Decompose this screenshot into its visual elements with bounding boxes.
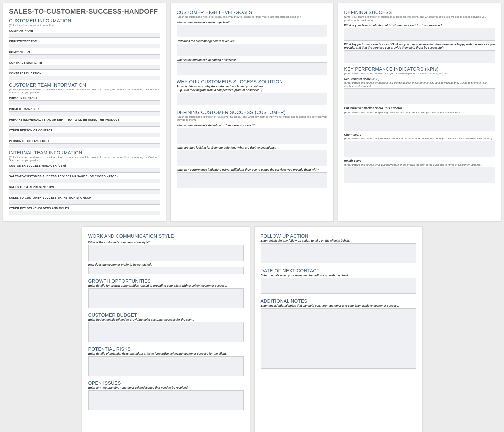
field-label: PERSON OF CONTACT ROLE bbox=[9, 139, 160, 143]
input-nps[interactable] bbox=[344, 88, 495, 104]
input-csat[interactable] bbox=[344, 115, 495, 131]
field-label: PRIMARY INDIVIDUAL, TEAM, OR DEPT. THAT … bbox=[9, 118, 160, 121]
section-sub: (Enter details and figures for each KPI … bbox=[344, 72, 495, 75]
input-primary-contact[interactable] bbox=[9, 100, 160, 105]
section-title: OPEN ISSUES bbox=[88, 380, 244, 386]
input-expectations[interactable] bbox=[177, 150, 328, 166]
section-title: CUSTOMER TEAM INFORMATION bbox=[9, 82, 160, 88]
row-2: WORK AND COMMUNICATION STYLE What is the… bbox=[82, 226, 423, 432]
prompt: What is the customer's definition of "cu… bbox=[177, 124, 328, 127]
field-label: SALES-TO-CUSTOMER-SUCCESS PROJECT MANAGE… bbox=[9, 175, 160, 178]
section-title: FOLLOW-UP ACTION bbox=[261, 233, 416, 239]
input-health[interactable] bbox=[344, 167, 495, 183]
input-company-name[interactable] bbox=[9, 33, 160, 38]
input-project-manager[interactable] bbox=[9, 111, 160, 116]
section-title: CUSTOMER INFORMATION bbox=[9, 18, 160, 23]
input-cust-success-def[interactable] bbox=[177, 128, 328, 144]
prompt: Enter budget details related to providin… bbox=[88, 318, 244, 322]
section-title: CUSTOMER BUDGET bbox=[88, 312, 244, 318]
field-label: CONTRACT SIGN DATE bbox=[9, 61, 160, 64]
input-industry[interactable] bbox=[9, 44, 160, 48]
prompt: How does the customer generate revenue? bbox=[177, 39, 328, 43]
section-title: GROWTH OPPORTUNITIES bbox=[88, 278, 244, 284]
input-transition-sponsor[interactable] bbox=[9, 200, 160, 205]
input-open-issues[interactable] bbox=[88, 390, 244, 410]
input-contact-role[interactable] bbox=[9, 143, 160, 148]
field-label: COMPANY SIZE bbox=[9, 50, 160, 54]
card-high-level-goals: CUSTOMER HIGH LEVEL-GOALS (Enter the cus… bbox=[170, 3, 334, 222]
prompt: What is the customer's main objective? bbox=[177, 21, 328, 24]
section-title: WORK AND COMMUNICATION STYLE bbox=[88, 233, 244, 239]
field-label: PROJECT MANAGER bbox=[9, 107, 160, 111]
field-label: CONTRACT DURATION bbox=[9, 72, 160, 75]
field-label: PRIMARY CONTACT bbox=[9, 96, 160, 100]
prompt: What key performance indicators (KPIs) w… bbox=[344, 43, 495, 50]
input-contact-pref[interactable] bbox=[88, 267, 244, 274]
card-follow-up: FOLLOW-UP ACTION Enter details for any f… bbox=[254, 226, 423, 432]
input-pm-coordinator[interactable] bbox=[9, 179, 160, 183]
input-team-kpis[interactable] bbox=[344, 50, 495, 63]
section-sub: (Enter the client's account information) bbox=[9, 24, 160, 27]
input-churn[interactable] bbox=[344, 141, 495, 157]
input-revenue[interactable] bbox=[177, 44, 328, 56]
input-budget[interactable] bbox=[88, 322, 244, 342]
input-other-contact[interactable] bbox=[9, 133, 160, 137]
prompt: Enter any "outstanding" customer-related… bbox=[88, 386, 244, 390]
row-1: SALES-TO-CUSTOMER-SUCCESS-HANDOFF CUSTOM… bbox=[3, 3, 501, 222]
field-label: INDUSTRY/SECTOR bbox=[9, 40, 160, 43]
section-title: WHY OUR CUSTOMERS SUCCESS SOLUTION bbox=[177, 79, 328, 84]
section-title: DATE OF NEXT CONTACT bbox=[261, 268, 416, 273]
input-next-contact-date[interactable] bbox=[261, 278, 416, 294]
input-team-success-def[interactable] bbox=[344, 28, 495, 41]
input-why-solution[interactable] bbox=[177, 93, 328, 105]
input-followup[interactable] bbox=[261, 243, 416, 263]
section-sub: (Enter your team's definition of custome… bbox=[344, 15, 495, 22]
prompt: Enter details for any follow-up action t… bbox=[261, 239, 416, 243]
section-sub: (Enter the customer's high-level goals, … bbox=[177, 15, 328, 19]
input-primary-user[interactable] bbox=[9, 122, 160, 127]
input-contract-duration[interactable] bbox=[9, 76, 160, 80]
prompt: Enter details of potential risks that mi… bbox=[88, 352, 244, 356]
section-title: INTERNAL TEAM INFORMATION bbox=[9, 150, 160, 155]
kpi-desc: (Enter details and figures related to th… bbox=[344, 137, 495, 140]
section-title: DEFINING CUSTOMER SUCCESS (CUSTOMER) bbox=[177, 110, 328, 115]
input-comm-style[interactable] bbox=[88, 245, 244, 261]
section-sub: (Enter the customer's definition of "Cus… bbox=[177, 115, 328, 122]
input-company-size[interactable] bbox=[9, 54, 160, 59]
kpi-title: Customer Satisfaction Score (CSAT Score) bbox=[344, 106, 495, 110]
kpi-desc: (Enter details and figures for gauging h… bbox=[344, 111, 495, 114]
input-growth[interactable] bbox=[88, 288, 244, 308]
field-label: OTHER KEY STAKEHOLDERS AND ROLES bbox=[9, 207, 160, 210]
input-success-def[interactable] bbox=[177, 62, 328, 75]
card-customer-info: SALES-TO-CUSTOMER-SUCCESS-HANDOFF CUSTOM… bbox=[3, 3, 166, 222]
input-other-stakeholders[interactable] bbox=[9, 211, 160, 215]
kpi-title: Net Promoter Score (NPS) bbox=[344, 77, 495, 81]
section-sub: (Enter the names and roles of the client… bbox=[9, 156, 160, 162]
input-csm[interactable] bbox=[9, 168, 160, 173]
field-label: COMPANY NAME bbox=[9, 29, 160, 32]
prompt: What are they looking for from our solut… bbox=[177, 146, 328, 150]
field-label: SALES-TO-CUSTOMER-SUCCESS TRANSITION SPO… bbox=[9, 196, 160, 199]
kpi-desc: (Enter details and figures for a summary… bbox=[344, 163, 495, 167]
prompt-line: (E.g., Did they migrate from a competito… bbox=[177, 88, 262, 92]
kpi-desc: (Enter details and figures for gauging y… bbox=[344, 81, 495, 88]
prompt: Provide details as to why the customer h… bbox=[177, 85, 328, 92]
prompt: What is the customer's definition of suc… bbox=[177, 58, 328, 62]
section-sub: (Enter the names and roles of the client… bbox=[9, 88, 160, 94]
input-main-objective[interactable] bbox=[177, 25, 328, 37]
card-defining-success: DEFINING SUCCESS (Enter your team's defi… bbox=[338, 3, 501, 222]
input-customer-kpis[interactable] bbox=[177, 172, 328, 188]
prompt: Enter any additional notes that can help… bbox=[261, 304, 416, 308]
input-notes[interactable] bbox=[261, 308, 416, 369]
section-title: CUSTOMER HIGH LEVEL-GOALS bbox=[177, 10, 328, 15]
section-title: POTENTIAL RISKS bbox=[88, 346, 244, 352]
prompt-line: Provide details as to why the customer h… bbox=[177, 85, 265, 88]
input-sales-rep[interactable] bbox=[9, 189, 160, 194]
prompt: What key performance indicators (KPIs) w… bbox=[177, 168, 328, 172]
input-contract-sign-date[interactable] bbox=[9, 65, 160, 70]
input-risks[interactable] bbox=[88, 356, 244, 376]
prompt: What is your team's definition of "custo… bbox=[344, 24, 495, 27]
prompt: How does the customer prefer to be conta… bbox=[88, 263, 244, 267]
prompt: Enter details for growth opportunities r… bbox=[88, 284, 244, 288]
doc-title: SALES-TO-CUSTOMER-SUCCESS-HANDOFF bbox=[9, 8, 160, 15]
